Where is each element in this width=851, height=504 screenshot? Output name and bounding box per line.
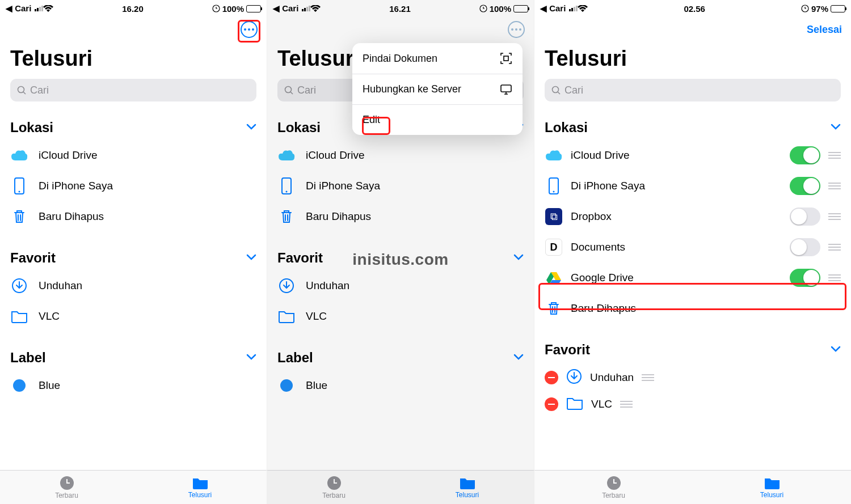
- tab-bar: Terbaru Telusuri: [534, 470, 851, 504]
- favorite-label: Unduhan: [590, 371, 634, 384]
- reorder-handle[interactable]: [642, 374, 654, 381]
- location-label: Baru Dihapus: [39, 210, 256, 223]
- menu-label: Hubungkan ke Server: [363, 83, 461, 95]
- section-header-favorit: Favorit: [10, 250, 56, 266]
- location-item-iphone[interactable]: Di iPhone Saya: [10, 171, 256, 201]
- back-app-label[interactable]: ◀ Cari: [6, 3, 31, 14]
- wifi-icon: [578, 5, 588, 12]
- color-dot-icon: [277, 376, 296, 395]
- reorder-handle[interactable]: [828, 183, 841, 189]
- favorite-label: Unduhan: [39, 279, 256, 292]
- chevron-down-icon: [831, 345, 841, 355]
- search-placeholder: Cari: [564, 84, 583, 96]
- tab-browse[interactable]: Telusuri: [693, 471, 851, 504]
- download-icon: [10, 277, 28, 295]
- label-item-blue[interactable]: Blue: [277, 370, 524, 401]
- section-favorit[interactable]: Favorit: [10, 250, 256, 266]
- chevron-down-icon: [246, 122, 256, 133]
- toggle-documents[interactable]: [790, 238, 820, 256]
- tab-recent[interactable]: Terbaru: [534, 471, 693, 504]
- chevron-down-icon: [246, 253, 256, 263]
- section-favorit[interactable]: Favorit: [545, 342, 841, 358]
- section-header-label: Label: [277, 350, 313, 366]
- clock-icon: [606, 476, 621, 490]
- section-header-favorit: Favorit: [277, 250, 323, 266]
- signal-icon: [569, 6, 578, 11]
- icloud-icon: [545, 146, 563, 164]
- folder-icon: [566, 396, 583, 413]
- favorite-item-vlc[interactable]: VLC: [277, 301, 524, 332]
- edit-item-trash: Baru Dihapus: [545, 293, 841, 324]
- rotation-lock-icon: [212, 5, 220, 12]
- back-app-label[interactable]: ◀ Cari: [540, 3, 566, 14]
- search-input[interactable]: Cari: [545, 79, 841, 101]
- download-icon: [277, 277, 296, 295]
- battery-icon: [246, 5, 261, 12]
- battery-icon: [513, 5, 528, 12]
- location-item-icloud[interactable]: iCloud Drive: [10, 140, 256, 171]
- reorder-handle[interactable]: [828, 152, 841, 159]
- toggle-dropbox[interactable]: [790, 207, 820, 226]
- search-input[interactable]: Cari: [10, 79, 256, 101]
- status-bar: ◀ Cari 02.56 97%: [534, 0, 851, 17]
- menu-edit[interactable]: Edit: [352, 105, 523, 135]
- tab-recent[interactable]: Terbaru: [0, 471, 133, 504]
- section-header-label: Label: [10, 350, 46, 366]
- reorder-handle[interactable]: [620, 401, 633, 408]
- back-app-label[interactable]: ◀ Cari: [273, 3, 298, 14]
- search-placeholder: Cari: [297, 84, 316, 96]
- reorder-handle[interactable]: [828, 244, 841, 251]
- delete-button[interactable]: [545, 397, 558, 411]
- download-icon: [566, 369, 582, 387]
- section-label[interactable]: Label: [277, 350, 524, 366]
- done-button[interactable]: Selesai: [807, 24, 842, 36]
- section-lokasi[interactable]: Lokasi: [545, 120, 841, 135]
- trash-icon: [10, 207, 28, 226]
- more-button[interactable]: [508, 21, 525, 38]
- screen-1: ◀ Cari 16.20 100% Telusuri Cari Lokasi i…: [0, 0, 267, 504]
- tab-label: Telusuri: [456, 491, 479, 499]
- reorder-handle[interactable]: [828, 274, 841, 281]
- menu-label: Edit: [363, 114, 380, 126]
- section-lokasi[interactable]: Lokasi: [10, 120, 256, 135]
- svg-line-2: [23, 92, 26, 94]
- toggle-icloud[interactable]: [790, 146, 820, 164]
- iphone-icon: [277, 177, 296, 195]
- delete-button[interactable]: [545, 371, 558, 384]
- tab-recent[interactable]: Terbaru: [267, 471, 401, 504]
- rotation-lock-icon: [479, 5, 487, 12]
- tab-browse[interactable]: Telusuri: [401, 471, 534, 504]
- svg-point-1: [18, 86, 24, 92]
- label-text: Blue: [306, 379, 524, 392]
- section-header-lokasi: Lokasi: [277, 120, 321, 135]
- gdrive-icon: [545, 269, 563, 287]
- toggle-gdrive[interactable]: [790, 269, 820, 287]
- section-label[interactable]: Label: [10, 350, 256, 366]
- location-item-icloud[interactable]: iCloud Drive: [277, 140, 524, 171]
- favorite-label: VLC: [591, 398, 612, 410]
- location-label: iCloud Drive: [39, 149, 256, 162]
- edit-item-icloud: iCloud Drive: [545, 140, 841, 171]
- location-item-trash[interactable]: Baru Dihapus: [277, 201, 524, 232]
- iphone-icon: [545, 177, 563, 195]
- favorite-item-downloads[interactable]: Unduhan: [10, 270, 256, 301]
- location-item-iphone[interactable]: Di iPhone Saya: [277, 171, 524, 201]
- label-item-blue[interactable]: Blue: [10, 370, 256, 401]
- battery-pct: 97%: [811, 4, 828, 14]
- chevron-down-icon: [513, 353, 524, 363]
- more-button[interactable]: [241, 21, 258, 38]
- tab-label: Telusuri: [760, 491, 783, 499]
- tab-browse[interactable]: Telusuri: [133, 471, 267, 504]
- toggle-iphone[interactable]: [790, 177, 820, 195]
- trash-icon: [277, 207, 296, 226]
- menu-scan[interactable]: Pindai Dokumen: [352, 43, 523, 74]
- favorite-item-downloads[interactable]: Unduhan: [277, 270, 524, 301]
- location-item-trash[interactable]: Baru Dihapus: [10, 201, 256, 232]
- signal-icon: [35, 6, 43, 11]
- favorite-item-vlc[interactable]: VLC: [10, 301, 256, 332]
- page-title: Telusuri: [10, 46, 256, 71]
- menu-server[interactable]: Hubungkan ke Server: [352, 74, 523, 105]
- folder-icon: [192, 476, 209, 490]
- reorder-handle[interactable]: [828, 213, 841, 220]
- edit-label: iCloud Drive: [571, 149, 782, 162]
